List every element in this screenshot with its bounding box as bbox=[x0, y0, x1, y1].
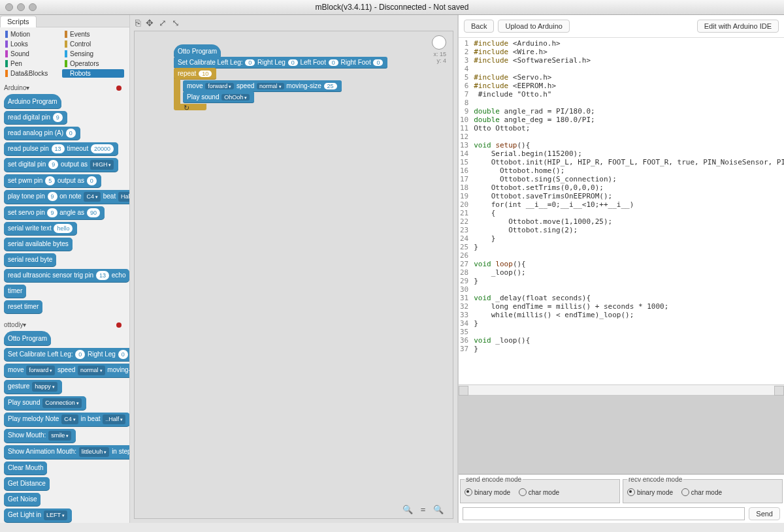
user-script[interactable]: Otto Program Set Calibrate Left Leg: 0 R… bbox=[174, 44, 387, 110]
block-repeat-end[interactable]: ↻ bbox=[174, 104, 206, 110]
palette-block[interactable]: read pulse pin 13 timeout 20000 bbox=[4, 142, 118, 155]
cat-label: Motion bbox=[10, 31, 30, 38]
cat-sound[interactable]: Sound bbox=[5, 50, 65, 58]
recv-binary-radio[interactable]: binary mode bbox=[627, 488, 673, 496]
cat-motion[interactable]: Motion bbox=[5, 30, 65, 39]
block-move[interactable]: move forward speed normal moving-size 25 bbox=[183, 80, 342, 91]
serial-console[interactable] bbox=[459, 396, 784, 475]
cat-label: Data&Blocks bbox=[10, 70, 48, 77]
move-icon[interactable]: ✥ bbox=[146, 18, 154, 28]
palette-block[interactable]: Get Distance bbox=[4, 477, 50, 490]
palette-block[interactable]: play tone pin 9 on note C4 beat Half bbox=[4, 190, 129, 204]
edit-ide-button[interactable]: Edit with Arduino IDE bbox=[697, 20, 779, 33]
palette-block[interactable]: Otto Program bbox=[4, 331, 51, 345]
block-play-sound[interactable]: Play sound OhOoh bbox=[183, 91, 254, 102]
stage-toolbar: ⎘ ✥ ⤢ ⤡ bbox=[130, 15, 457, 31]
block-otto-program[interactable]: Otto Program bbox=[174, 44, 221, 57]
cat-events[interactable]: Events bbox=[65, 30, 124, 39]
stamp-icon[interactable]: ⎘ bbox=[135, 18, 140, 28]
palette-block[interactable]: Show Mouth: smile bbox=[4, 429, 76, 443]
palette-block[interactable]: Play sound Connection bbox=[4, 396, 86, 410]
send-binary-radio[interactable]: binary mode bbox=[465, 488, 510, 496]
cat-operators[interactable]: Operators bbox=[65, 59, 124, 68]
left-panel: Scripts Motion Events Looks Control Soun… bbox=[0, 15, 130, 523]
palette-block[interactable]: set pwm pin 5 output as 0 bbox=[4, 174, 101, 187]
delete-ext-icon[interactable] bbox=[116, 86, 122, 91]
recv-char-radio[interactable]: char mode bbox=[681, 488, 722, 496]
cat-label: Events bbox=[70, 31, 90, 38]
palette-block[interactable]: set digital pin 9 output as HIGH bbox=[4, 158, 118, 172]
palette-block[interactable]: Play melody Note C4 in beat ..Half bbox=[4, 413, 129, 426]
palette-block[interactable]: Show Animation Mouth: littleUuh in step bbox=[4, 445, 129, 459]
palette-block[interactable]: Set Calibrate Left Leg: 0 Right Leg 0 Le… bbox=[4, 348, 129, 361]
serial-input[interactable] bbox=[463, 507, 745, 520]
cat-sensing[interactable]: Sensing bbox=[65, 50, 124, 58]
cat-control[interactable]: Control bbox=[65, 40, 124, 48]
expand-icon[interactable]: ⤢ bbox=[159, 18, 167, 28]
palette-block[interactable]: read ultrasonic sensor trig pin 13 echo bbox=[4, 269, 129, 282]
palette-block[interactable]: read digital pin 9 bbox=[4, 111, 67, 124]
back-button[interactable]: Back bbox=[464, 20, 494, 33]
legend: send encode mode bbox=[465, 476, 523, 483]
cat-data[interactable]: Data&Blocks bbox=[5, 69, 65, 78]
send-encode-box: send encode mode binary mode char mode bbox=[460, 476, 620, 503]
palette-block[interactable]: Clear Mouth bbox=[4, 462, 47, 475]
group-ottodiy[interactable]: ottodiy ▾ bbox=[4, 321, 125, 328]
send-button[interactable]: Send bbox=[749, 507, 780, 520]
palette-block[interactable]: serial write text hello bbox=[4, 222, 77, 235]
cat-label: Sensing bbox=[70, 50, 93, 57]
legend: recv encode mode bbox=[627, 476, 683, 483]
cat-label: Control bbox=[70, 40, 91, 48]
cat-robots[interactable]: Robots bbox=[62, 69, 124, 78]
palette-block[interactable]: reset timer bbox=[4, 300, 42, 313]
mouse-coords: x: 15y: 4 bbox=[433, 51, 446, 64]
tab-row: Scripts bbox=[0, 15, 129, 27]
window-title: mBlock(v3.4.11) - Disconnected - Not sav… bbox=[0, 3, 784, 12]
cat-pen[interactable]: Pen bbox=[5, 59, 65, 68]
h-scrollbar[interactable] bbox=[459, 385, 784, 396]
stage-panel: ⎘ ✥ ⤢ ⤡ x: 15y: 4 Otto Program Set Calib… bbox=[130, 15, 458, 523]
send-char-radio[interactable]: char mode bbox=[519, 488, 559, 496]
script-stage[interactable]: x: 15y: 4 Otto Program Set Calibrate Lef… bbox=[134, 31, 453, 519]
category-grid: Motion Events Looks Control Sound Sensin… bbox=[0, 27, 129, 80]
palette-block[interactable]: gesture happy bbox=[4, 380, 62, 394]
send-row: Send bbox=[459, 505, 784, 523]
palette-block[interactable]: Arduino Program bbox=[4, 94, 61, 108]
palette-block[interactable]: set servo pin 9 angle as 90 bbox=[4, 206, 105, 219]
zoom-controls[interactable]: 🔍 = 🔍 bbox=[402, 505, 446, 514]
palette-block[interactable]: Get Light in LEFT bbox=[4, 509, 72, 522]
block-repeat[interactable]: repeat 10 bbox=[174, 68, 216, 79]
arduino-panel: Back Upload to Arduino Edit with Arduino… bbox=[458, 15, 784, 523]
group-arduino[interactable]: Arduino ▾ bbox=[4, 84, 125, 91]
delete-ext-icon[interactable] bbox=[116, 322, 122, 328]
code-view[interactable]: 1 2 3 4 5 6 7 8 9 10 11 12 13 14 15 16 1… bbox=[459, 38, 784, 385]
titlebar: mBlock(v3.4.11) - Disconnected - Not sav… bbox=[0, 0, 784, 15]
palette-block[interactable]: timer bbox=[4, 285, 26, 298]
recv-encode-box: recv encode mode binary mode char mode bbox=[623, 476, 783, 503]
upload-button[interactable]: Upload to Arduino bbox=[498, 20, 569, 33]
cat-label: Robots bbox=[70, 70, 91, 77]
cat-label: Pen bbox=[10, 60, 22, 67]
cat-looks[interactable]: Looks bbox=[5, 40, 65, 48]
palette-block[interactable]: read analog pin (A) 0 bbox=[4, 127, 80, 140]
block-calibrate[interactable]: Set Calibrate Left Leg: 0 Right Leg 0 Le… bbox=[174, 57, 387, 68]
arduino-toolbar: Back Upload to Arduino Edit with Arduino… bbox=[459, 15, 784, 38]
cat-label: Operators bbox=[70, 60, 99, 67]
palette-block[interactable]: serial read byte bbox=[4, 253, 56, 266]
cat-label: Sound bbox=[10, 50, 29, 57]
sprite-icon[interactable] bbox=[432, 35, 446, 50]
cat-label: Looks bbox=[10, 40, 28, 48]
palette-block[interactable]: move forward speed normal moving-s bbox=[4, 364, 129, 377]
palette-block[interactable]: serial available bytes bbox=[4, 238, 73, 251]
tab-scripts[interactable]: Scripts bbox=[0, 16, 37, 27]
block-palette: Arduino ▾ Arduino Program read digital p… bbox=[0, 80, 129, 523]
palette-block[interactable]: Get Noise bbox=[4, 493, 41, 506]
shrink-icon[interactable]: ⤡ bbox=[172, 18, 180, 28]
